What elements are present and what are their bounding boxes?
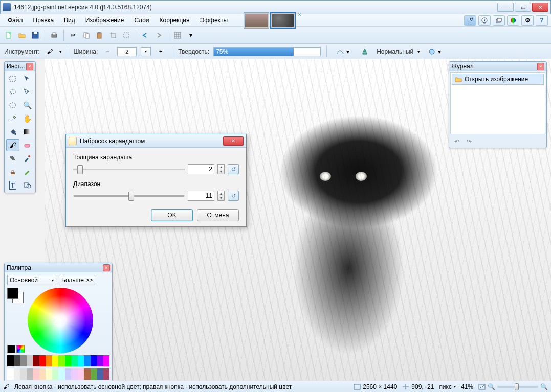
shapes-tool[interactable] <box>20 179 34 191</box>
close-button[interactable]: ✕ <box>532 3 548 12</box>
width-increase-button[interactable]: + <box>155 46 166 57</box>
svg-rect-2 <box>497 18 501 21</box>
image-thumb-2-active[interactable] <box>270 12 296 29</box>
eraser-tool[interactable] <box>20 139 34 151</box>
tool-dropdown-icon[interactable]: ▾ <box>59 49 62 54</box>
new-file-button[interactable] <box>3 30 14 41</box>
settings-button[interactable]: ⚙ <box>521 15 534 26</box>
unit-selector[interactable]: пикс▾ <box>439 383 456 390</box>
range-input[interactable] <box>188 191 214 201</box>
palette-strip[interactable] <box>7 355 109 366</box>
primary-secondary-swatch[interactable] <box>7 288 25 303</box>
zoom-out-button[interactable]: 🔍 <box>488 383 495 390</box>
color-mode-select[interactable]: Основной▾ <box>7 275 56 285</box>
width-input[interactable] <box>117 47 137 56</box>
history-panel-close-icon[interactable]: × <box>537 63 544 70</box>
recolor-tool[interactable] <box>20 166 34 178</box>
save-button[interactable] <box>30 30 41 41</box>
width-decrease-button[interactable]: − <box>102 46 113 57</box>
paste-button[interactable] <box>94 30 105 41</box>
palette-panel-title: Палитра <box>7 264 103 271</box>
pencil-width-reset-button[interactable]: ↺ <box>228 164 239 174</box>
paint-bucket-tool[interactable] <box>6 126 19 138</box>
ruler-button[interactable]: ▾ <box>185 30 196 41</box>
pencil-sketch-dialog: Набросок карандашом ✕ Толщина карандаша … <box>65 134 247 227</box>
history-redo-button[interactable]: ↷ <box>465 137 474 146</box>
deselect-button[interactable] <box>121 30 132 41</box>
zoom-in-button[interactable]: 🔍 <box>540 383 548 390</box>
layers-window-toggle[interactable] <box>493 15 505 26</box>
hardness-slider[interactable]: 75% <box>213 47 321 56</box>
zoom-fit-button[interactable] <box>478 384 486 390</box>
menu-adjustments[interactable]: Коррекция <box>155 15 194 26</box>
zoom-slider[interactable] <box>497 386 538 388</box>
move-selection-tool[interactable] <box>20 73 34 85</box>
pencil-tool[interactable]: ✎ <box>6 152 19 165</box>
menu-edit[interactable]: Правка <box>29 15 59 26</box>
color-picker-tool[interactable] <box>20 152 34 165</box>
grid-button[interactable] <box>172 30 183 41</box>
rectangle-select-tool[interactable] <box>6 73 19 85</box>
move-pixels-tool[interactable] <box>20 86 34 98</box>
svg-rect-24 <box>24 183 28 187</box>
clone-stamp-tool[interactable] <box>6 166 19 178</box>
color-wheel[interactable] <box>28 288 93 353</box>
more-colors-button[interactable]: Больше >> <box>59 275 95 285</box>
svg-point-22 <box>28 155 30 157</box>
ok-button[interactable]: OK <box>151 209 193 221</box>
maximize-button[interactable]: ▭ <box>515 3 531 12</box>
history-window-toggle[interactable] <box>478 15 491 26</box>
lasso-tool[interactable] <box>6 86 19 98</box>
svg-rect-6 <box>34 32 37 34</box>
pencil-width-slider[interactable] <box>73 164 185 174</box>
crop-button[interactable] <box>107 30 119 41</box>
minimize-button[interactable]: — <box>497 3 514 12</box>
menu-view[interactable]: Вид <box>59 15 80 26</box>
history-item[interactable]: Открыть изображение <box>452 74 544 85</box>
copy-button[interactable] <box>81 30 92 41</box>
magic-wand-tool[interactable] <box>6 112 19 125</box>
pan-tool[interactable]: ✋ <box>20 112 34 125</box>
paintbrush-tool[interactable]: 🖌 <box>6 139 19 151</box>
history-panel-title: Журнал <box>451 63 537 70</box>
alpha-mode-button[interactable]: ▾ <box>424 47 445 57</box>
range-slider[interactable] <box>73 191 185 201</box>
range-spinner[interactable]: ▲▼ <box>217 191 225 201</box>
pencil-width-spinner[interactable]: ▲▼ <box>217 164 225 174</box>
open-file-button[interactable] <box>16 30 28 41</box>
palette-strip-2[interactable] <box>7 368 109 380</box>
zoom-tool[interactable]: 🔍 <box>20 99 34 111</box>
svg-rect-13 <box>124 33 129 38</box>
redo-button[interactable] <box>153 30 164 41</box>
svg-rect-4 <box>6 32 11 38</box>
pencil-width-input[interactable] <box>188 164 214 174</box>
cancel-button[interactable]: Отмена <box>197 209 239 221</box>
tools-window-toggle[interactable] <box>464 15 476 26</box>
dialog-close-button[interactable]: ✕ <box>223 136 244 146</box>
menu-file[interactable]: Файл <box>3 15 28 26</box>
palette-panel-close-icon[interactable]: × <box>103 264 110 271</box>
cut-button[interactable]: ✂ <box>68 30 79 41</box>
print-button[interactable] <box>49 30 60 41</box>
image-thumb-1[interactable] <box>244 12 269 29</box>
help-button[interactable]: ? <box>536 15 548 26</box>
range-reset-button[interactable]: ↺ <box>228 191 239 201</box>
colors-window-toggle[interactable] <box>507 15 519 26</box>
current-tool-icon[interactable]: 🖌 <box>44 46 55 57</box>
menu-effects[interactable]: Эффекты <box>195 15 233 26</box>
tools-panel-close-icon[interactable]: × <box>26 63 33 70</box>
undo-button[interactable] <box>140 30 151 41</box>
gradient-tool[interactable] <box>20 126 34 138</box>
swap-colors-icon[interactable] <box>16 345 25 353</box>
ellipse-select-tool[interactable] <box>6 99 19 111</box>
close-thumb-icon[interactable]: ✕ <box>298 12 302 17</box>
text-tool[interactable]: T <box>6 179 19 191</box>
blend-mode-label[interactable]: Нормальный <box>377 48 413 55</box>
menu-image[interactable]: Изображение <box>81 15 129 26</box>
menu-layers[interactable]: Слои <box>129 15 153 26</box>
history-undo-button[interactable]: ↶ <box>452 137 461 146</box>
width-dropdown[interactable]: ▾ <box>141 47 151 56</box>
fill-mode-button[interactable] <box>357 47 372 57</box>
antialiasing-button[interactable]: ▾ <box>333 47 353 57</box>
svg-rect-21 <box>25 144 30 147</box>
